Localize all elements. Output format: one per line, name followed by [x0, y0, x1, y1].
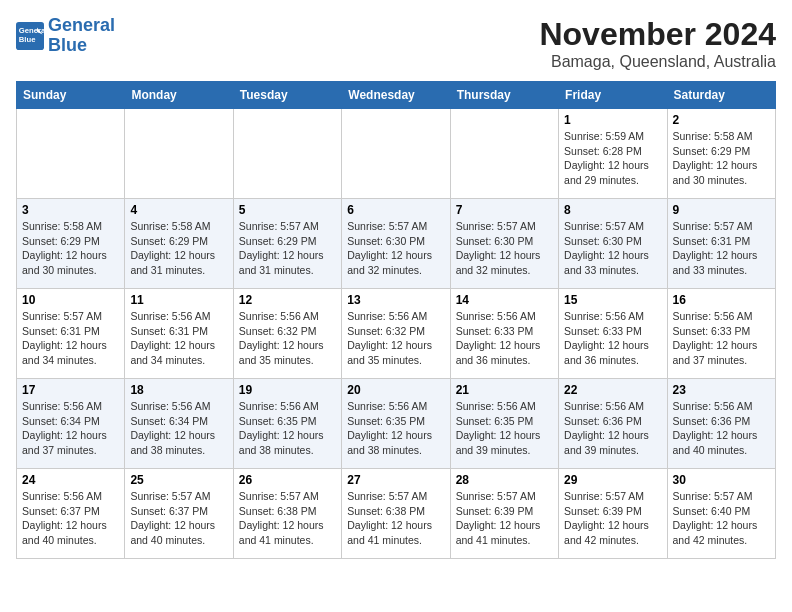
day-number: 16 — [673, 293, 770, 307]
day-info: Sunrise: 5:56 AM Sunset: 6:36 PM Dayligh… — [564, 399, 661, 458]
logo-text: General Blue — [48, 16, 115, 56]
calendar-cell — [342, 109, 450, 199]
day-info: Sunrise: 5:58 AM Sunset: 6:29 PM Dayligh… — [130, 219, 227, 278]
calendar-cell: 30Sunrise: 5:57 AM Sunset: 6:40 PM Dayli… — [667, 469, 775, 559]
day-info: Sunrise: 5:56 AM Sunset: 6:35 PM Dayligh… — [456, 399, 553, 458]
day-info: Sunrise: 5:57 AM Sunset: 6:31 PM Dayligh… — [673, 219, 770, 278]
day-number: 6 — [347, 203, 444, 217]
calendar-week-5: 24Sunrise: 5:56 AM Sunset: 6:37 PM Dayli… — [17, 469, 776, 559]
day-number: 29 — [564, 473, 661, 487]
calendar-week-2: 3Sunrise: 5:58 AM Sunset: 6:29 PM Daylig… — [17, 199, 776, 289]
day-number: 10 — [22, 293, 119, 307]
calendar-cell: 1Sunrise: 5:59 AM Sunset: 6:28 PM Daylig… — [559, 109, 667, 199]
day-number: 8 — [564, 203, 661, 217]
day-info: Sunrise: 5:56 AM Sunset: 6:36 PM Dayligh… — [673, 399, 770, 458]
day-number: 27 — [347, 473, 444, 487]
day-info: Sunrise: 5:57 AM Sunset: 6:39 PM Dayligh… — [456, 489, 553, 548]
calendar-cell: 11Sunrise: 5:56 AM Sunset: 6:31 PM Dayli… — [125, 289, 233, 379]
calendar-cell: 2Sunrise: 5:58 AM Sunset: 6:29 PM Daylig… — [667, 109, 775, 199]
calendar-cell: 12Sunrise: 5:56 AM Sunset: 6:32 PM Dayli… — [233, 289, 341, 379]
day-number: 15 — [564, 293, 661, 307]
day-info: Sunrise: 5:56 AM Sunset: 6:35 PM Dayligh… — [347, 399, 444, 458]
day-number: 12 — [239, 293, 336, 307]
day-number: 1 — [564, 113, 661, 127]
calendar-week-4: 17Sunrise: 5:56 AM Sunset: 6:34 PM Dayli… — [17, 379, 776, 469]
weekday-header-tuesday: Tuesday — [233, 82, 341, 109]
calendar-week-1: 1Sunrise: 5:59 AM Sunset: 6:28 PM Daylig… — [17, 109, 776, 199]
day-number: 2 — [673, 113, 770, 127]
day-number: 26 — [239, 473, 336, 487]
day-number: 22 — [564, 383, 661, 397]
weekday-header-row: SundayMondayTuesdayWednesdayThursdayFrid… — [17, 82, 776, 109]
day-info: Sunrise: 5:57 AM Sunset: 6:37 PM Dayligh… — [130, 489, 227, 548]
calendar-week-3: 10Sunrise: 5:57 AM Sunset: 6:31 PM Dayli… — [17, 289, 776, 379]
calendar-cell: 4Sunrise: 5:58 AM Sunset: 6:29 PM Daylig… — [125, 199, 233, 289]
calendar-cell — [125, 109, 233, 199]
day-info: Sunrise: 5:56 AM Sunset: 6:33 PM Dayligh… — [564, 309, 661, 368]
day-number: 21 — [456, 383, 553, 397]
calendar-cell — [450, 109, 558, 199]
day-info: Sunrise: 5:57 AM Sunset: 6:39 PM Dayligh… — [564, 489, 661, 548]
weekday-header-sunday: Sunday — [17, 82, 125, 109]
calendar-cell: 7Sunrise: 5:57 AM Sunset: 6:30 PM Daylig… — [450, 199, 558, 289]
logo: General Blue General Blue — [16, 16, 115, 56]
weekday-header-saturday: Saturday — [667, 82, 775, 109]
day-info: Sunrise: 5:57 AM Sunset: 6:40 PM Dayligh… — [673, 489, 770, 548]
day-info: Sunrise: 5:56 AM Sunset: 6:34 PM Dayligh… — [22, 399, 119, 458]
day-info: Sunrise: 5:57 AM Sunset: 6:30 PM Dayligh… — [347, 219, 444, 278]
day-number: 24 — [22, 473, 119, 487]
day-info: Sunrise: 5:56 AM Sunset: 6:32 PM Dayligh… — [239, 309, 336, 368]
header: General Blue General Blue November 2024 … — [16, 16, 776, 71]
calendar-cell: 24Sunrise: 5:56 AM Sunset: 6:37 PM Dayli… — [17, 469, 125, 559]
day-info: Sunrise: 5:56 AM Sunset: 6:35 PM Dayligh… — [239, 399, 336, 458]
day-number: 17 — [22, 383, 119, 397]
day-info: Sunrise: 5:58 AM Sunset: 6:29 PM Dayligh… — [673, 129, 770, 188]
day-number: 23 — [673, 383, 770, 397]
calendar-cell — [233, 109, 341, 199]
weekday-header-friday: Friday — [559, 82, 667, 109]
day-info: Sunrise: 5:56 AM Sunset: 6:37 PM Dayligh… — [22, 489, 119, 548]
calendar-cell: 15Sunrise: 5:56 AM Sunset: 6:33 PM Dayli… — [559, 289, 667, 379]
calendar-cell: 27Sunrise: 5:57 AM Sunset: 6:38 PM Dayli… — [342, 469, 450, 559]
month-title: November 2024 — [539, 16, 776, 53]
day-number: 18 — [130, 383, 227, 397]
calendar-cell: 9Sunrise: 5:57 AM Sunset: 6:31 PM Daylig… — [667, 199, 775, 289]
day-info: Sunrise: 5:57 AM Sunset: 6:30 PM Dayligh… — [564, 219, 661, 278]
day-number: 9 — [673, 203, 770, 217]
calendar-cell: 22Sunrise: 5:56 AM Sunset: 6:36 PM Dayli… — [559, 379, 667, 469]
svg-text:Blue: Blue — [19, 34, 36, 43]
day-info: Sunrise: 5:59 AM Sunset: 6:28 PM Dayligh… — [564, 129, 661, 188]
calendar-cell: 28Sunrise: 5:57 AM Sunset: 6:39 PM Dayli… — [450, 469, 558, 559]
calendar-cell — [17, 109, 125, 199]
weekday-header-monday: Monday — [125, 82, 233, 109]
calendar-cell: 29Sunrise: 5:57 AM Sunset: 6:39 PM Dayli… — [559, 469, 667, 559]
calendar-cell: 20Sunrise: 5:56 AM Sunset: 6:35 PM Dayli… — [342, 379, 450, 469]
day-info: Sunrise: 5:57 AM Sunset: 6:31 PM Dayligh… — [22, 309, 119, 368]
title-area: November 2024 Bamaga, Queensland, Austra… — [539, 16, 776, 71]
weekday-header-thursday: Thursday — [450, 82, 558, 109]
calendar-cell: 17Sunrise: 5:56 AM Sunset: 6:34 PM Dayli… — [17, 379, 125, 469]
day-number: 14 — [456, 293, 553, 307]
calendar-cell: 13Sunrise: 5:56 AM Sunset: 6:32 PM Dayli… — [342, 289, 450, 379]
calendar-cell: 25Sunrise: 5:57 AM Sunset: 6:37 PM Dayli… — [125, 469, 233, 559]
calendar-cell: 14Sunrise: 5:56 AM Sunset: 6:33 PM Dayli… — [450, 289, 558, 379]
weekday-header-wednesday: Wednesday — [342, 82, 450, 109]
day-info: Sunrise: 5:56 AM Sunset: 6:31 PM Dayligh… — [130, 309, 227, 368]
day-number: 3 — [22, 203, 119, 217]
calendar-cell: 5Sunrise: 5:57 AM Sunset: 6:29 PM Daylig… — [233, 199, 341, 289]
day-number: 5 — [239, 203, 336, 217]
day-number: 11 — [130, 293, 227, 307]
day-number: 20 — [347, 383, 444, 397]
day-number: 28 — [456, 473, 553, 487]
calendar-cell: 3Sunrise: 5:58 AM Sunset: 6:29 PM Daylig… — [17, 199, 125, 289]
day-info: Sunrise: 5:57 AM Sunset: 6:30 PM Dayligh… — [456, 219, 553, 278]
day-number: 7 — [456, 203, 553, 217]
calendar-cell: 8Sunrise: 5:57 AM Sunset: 6:30 PM Daylig… — [559, 199, 667, 289]
calendar-cell: 10Sunrise: 5:57 AM Sunset: 6:31 PM Dayli… — [17, 289, 125, 379]
day-info: Sunrise: 5:56 AM Sunset: 6:34 PM Dayligh… — [130, 399, 227, 458]
logo-icon: General Blue — [16, 22, 44, 50]
day-info: Sunrise: 5:57 AM Sunset: 6:38 PM Dayligh… — [239, 489, 336, 548]
day-info: Sunrise: 5:57 AM Sunset: 6:38 PM Dayligh… — [347, 489, 444, 548]
day-number: 30 — [673, 473, 770, 487]
svg-text:General: General — [19, 26, 44, 35]
